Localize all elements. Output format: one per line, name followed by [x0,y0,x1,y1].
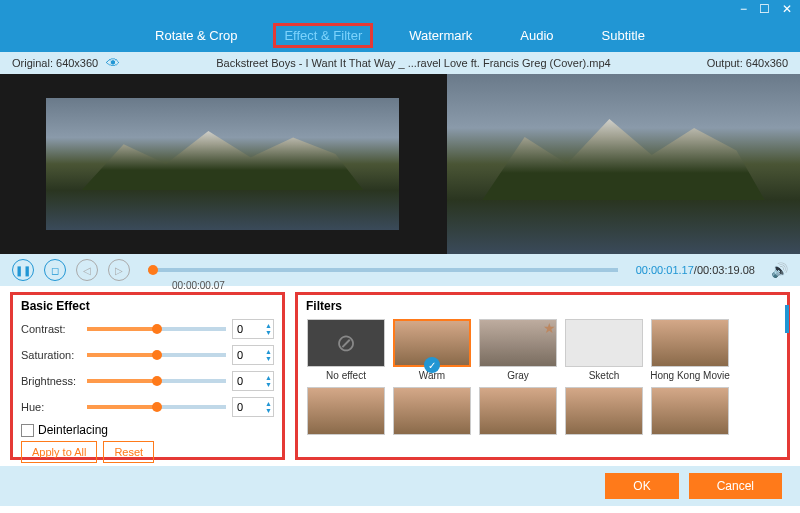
ok-button[interactable]: OK [605,473,678,499]
playback-controls: ❚❚ ◻ ◁ ▷ 00:00:00.07 00:00:01.17/00:03:1… [0,254,800,286]
contrast-input[interactable]: 0▲▼ [232,319,274,339]
original-resolution: Original: 640x360 [12,57,98,69]
filter-no-effect[interactable]: ⊘ No effect [306,319,386,381]
tab-subtitle[interactable]: Subtitle [590,22,657,49]
scrub-handle[interactable] [148,265,158,275]
filter-warm[interactable]: ✓ Warm [392,319,472,381]
preview-area [0,74,800,254]
filter-item[interactable] [306,387,386,438]
preview-output [447,74,800,254]
prev-frame-button[interactable]: ◁ [76,259,98,281]
info-bar: Original: 640x360 👁 Backstreet Boys - I … [0,52,800,74]
maximize-icon[interactable]: ☐ [759,2,770,16]
saturation-row: Saturation: 0▲▼ [21,345,274,365]
tab-rotate-crop[interactable]: Rotate & Crop [143,22,249,49]
contrast-row: Contrast: 0▲▼ [21,319,274,339]
filter-gray[interactable]: ★ Gray [478,319,558,381]
contrast-slider[interactable] [87,327,226,331]
filter-item[interactable] [564,387,644,438]
filter-sketch[interactable]: Sketch [564,319,644,381]
hue-row: Hue: 0▲▼ [21,397,274,417]
cancel-button[interactable]: Cancel [689,473,782,499]
brightness-label: Brightness: [21,375,81,387]
pause-button[interactable]: ❚❚ [12,259,34,281]
filter-item[interactable] [478,387,558,438]
hue-input[interactable]: 0▲▼ [232,397,274,417]
hue-label: Hue: [21,401,81,413]
titlebar: − ☐ ✕ [0,0,800,18]
close-icon[interactable]: ✕ [782,2,792,16]
filter-item[interactable] [650,387,730,438]
filter-item[interactable] [392,387,472,438]
file-name: Backstreet Boys - I Want It That Way _ .… [120,57,706,69]
deinterlacing-row: Deinterlacing [21,423,274,437]
brightness-slider[interactable] [87,379,226,383]
apply-to-all-button[interactable]: Apply to All [21,441,97,463]
time-scrubber[interactable]: 00:00:00.07 [148,268,618,272]
tab-bar: Rotate & Crop Effect & Filter Watermark … [0,18,800,52]
minimize-icon[interactable]: − [740,2,747,16]
scrub-time-label: 00:00:00.07 [172,280,225,291]
tab-audio[interactable]: Audio [508,22,565,49]
hue-slider[interactable] [87,405,226,409]
main-panel: Basic Effect Contrast: 0▲▼ Saturation: 0… [0,286,800,466]
next-frame-button[interactable]: ▷ [108,259,130,281]
tab-effect-filter[interactable]: Effect & Filter [273,23,373,48]
tab-watermark[interactable]: Watermark [397,22,484,49]
deinterlacing-checkbox[interactable] [21,424,34,437]
footer: OK Cancel [0,466,800,506]
deinterlacing-label: Deinterlacing [38,423,108,437]
stop-button[interactable]: ◻ [44,259,66,281]
basic-effect-panel: Basic Effect Contrast: 0▲▼ Saturation: 0… [10,292,285,460]
star-icon: ★ [543,320,556,336]
output-resolution: Output: 640x360 [707,57,788,69]
filters-panel: Filters ⊘ No effect ✓ Warm ★ Gray Sketch… [295,292,790,460]
volume-icon[interactable]: 🔊 [771,262,788,278]
filters-title: Filters [306,299,779,313]
check-icon: ✓ [424,357,440,373]
preview-eye-icon[interactable]: 👁 [106,55,120,71]
saturation-slider[interactable] [87,353,226,357]
basic-effect-title: Basic Effect [21,299,274,313]
filters-scrollbar[interactable] [785,305,789,333]
saturation-label: Saturation: [21,349,81,361]
time-display: 00:00:01.17/00:03:19.08 [636,264,755,276]
filter-grid: ⊘ No effect ✓ Warm ★ Gray Sketch Hong Ko… [306,319,779,438]
brightness-row: Brightness: 0▲▼ [21,371,274,391]
reset-button[interactable]: Reset [103,441,154,463]
contrast-label: Contrast: [21,323,81,335]
filter-hong-kong-movie[interactable]: Hong Kong Movie [650,319,730,381]
preview-original [0,74,445,254]
brightness-input[interactable]: 0▲▼ [232,371,274,391]
saturation-input[interactable]: 0▲▼ [232,345,274,365]
